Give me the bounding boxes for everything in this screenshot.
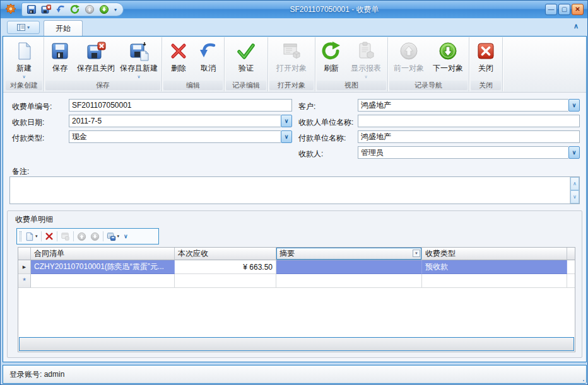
close-button[interactable]: 关闭	[471, 38, 501, 80]
ribbon-group-edit: 删除 取消 编辑	[162, 37, 225, 91]
cell-summary[interactable]	[276, 260, 422, 274]
toolbar-separator	[57, 231, 57, 241]
close-window-button[interactable]: ✕	[572, 4, 584, 15]
toolbar-drag-handle[interactable]	[20, 231, 21, 241]
tab-home[interactable]: 开始	[44, 20, 83, 36]
cell-contract-new[interactable]	[31, 274, 175, 288]
save-and-new-button[interactable]: 保存且新建∨	[117, 38, 160, 80]
login-account-text: 登录账号: admin	[9, 369, 64, 380]
toolbar-more-icon[interactable]: ∨	[124, 233, 128, 239]
remarks-scroll: ∧ ∨	[570, 177, 579, 204]
scroll-down-icon[interactable]: ∨	[570, 190, 579, 204]
row-indicator-new: *	[18, 274, 31, 288]
row-indicator-current: ▶	[18, 260, 31, 274]
validate-button[interactable]: 验证	[226, 38, 266, 80]
ribbon-group-close: 关闭 关闭	[469, 37, 503, 91]
refresh-button[interactable]: 刷新	[317, 38, 346, 80]
qat-refresh-icon[interactable]	[69, 4, 81, 15]
cell-charge-type[interactable]: 预收款	[422, 260, 567, 274]
cancel-button[interactable]: 取消	[194, 38, 223, 80]
customer-dropdown-icon[interactable]: ∨	[568, 99, 580, 112]
cell-summary-new[interactable]	[276, 274, 422, 288]
grid-move-down-button	[90, 231, 100, 242]
app-window: ▾ SF201107050001 - 收费单 — ▢ ✕ ▾ 开始 ∧ 新建∨	[0, 0, 588, 385]
grid-header-filler	[567, 248, 575, 260]
form-area: 收费单编号: 收款日期: ∨ 付款类型: ∨ 客户: ∨ 收款人单位名称:	[3, 93, 586, 363]
new-button[interactable]: 新建∨	[6, 38, 42, 80]
receipt-no-label: 收费单编号:	[12, 101, 52, 112]
qat-save-close-icon[interactable]	[40, 4, 52, 15]
column-header-summary[interactable]: 摘要 ▼	[276, 248, 422, 260]
grid-corner-cell	[18, 248, 31, 260]
previous-icon	[399, 41, 419, 61]
payee-unit-input[interactable]	[358, 115, 580, 127]
qat-save-icon[interactable]	[26, 4, 37, 15]
report-icon	[356, 41, 376, 61]
grid-delete-button[interactable]	[44, 231, 54, 241]
detail-view-icon	[61, 232, 70, 241]
detail-groupbox: 收费单明细 ▾	[7, 210, 582, 358]
payee-input[interactable]	[358, 146, 568, 159]
detail-title: 收费单明细	[15, 214, 53, 225]
previous-object-button: 前一对象	[389, 38, 428, 80]
grid-export-button[interactable]: ▾	[106, 231, 121, 242]
remarks-input[interactable]	[10, 177, 570, 204]
column-header-charge-type[interactable]: 收费类型	[422, 248, 567, 260]
delete-button[interactable]: 删除	[163, 38, 194, 80]
quick-access-toolbar: ▾	[21, 3, 124, 16]
grid-row-new[interactable]: *	[18, 274, 575, 288]
payer-unit-label: 付款单位名称:	[298, 133, 346, 144]
app-logo-icon[interactable]	[4, 3, 18, 16]
column-header-amount[interactable]: 本次应收	[175, 248, 276, 260]
cell-charge-type-new[interactable]	[422, 274, 567, 288]
pay-type-dropdown-icon[interactable]: ∨	[281, 130, 292, 143]
maximize-button[interactable]: ▢	[558, 4, 570, 15]
scroll-up-icon[interactable]: ∧	[570, 177, 579, 190]
cell-amount[interactable]: ¥ 663.50	[175, 260, 276, 274]
receipt-no-input[interactable]	[69, 99, 292, 112]
receive-date-dropdown-icon[interactable]: ∨	[281, 115, 292, 127]
grid-empty-area[interactable]	[18, 288, 575, 337]
resize-grip[interactable]	[583, 380, 584, 381]
view-menu-button[interactable]: ▾	[7, 21, 40, 34]
payee-unit-label: 收款人单位名称:	[298, 117, 353, 128]
qat-undo-icon[interactable]	[55, 4, 66, 15]
next-object-button[interactable]: 下一对象	[428, 38, 467, 80]
save-button[interactable]: 保存	[45, 38, 74, 80]
qat-previous-icon[interactable]	[84, 4, 95, 15]
cell-amount-new[interactable]	[175, 274, 276, 288]
payee-dropdown-icon[interactable]: ∨	[568, 146, 580, 159]
panel-icon	[17, 24, 25, 31]
save-new-icon	[129, 41, 149, 61]
detail-grid: 合同清单 本次应收 摘要 ▼ 收费类型 ▶ CZHY201107010001(陈…	[18, 247, 575, 352]
payee-label: 收款人:	[298, 149, 323, 159]
customer-label: 客户:	[298, 101, 315, 112]
pay-type-label: 付款类型:	[12, 133, 44, 144]
group-label-view: 视图	[317, 81, 386, 90]
check-icon	[236, 41, 256, 61]
save-and-close-button[interactable]: 保存且关闭	[74, 38, 117, 80]
minimize-button[interactable]: —	[545, 4, 557, 15]
payer-unit-input[interactable]	[358, 130, 580, 143]
pay-type-input[interactable]	[69, 130, 281, 143]
group-label-edit: 编辑	[163, 81, 223, 90]
ribbon-group-view: 刷新 显示报表∨ 视图	[315, 37, 388, 91]
grid-row-1[interactable]: ▶ CZHY201107010001(陈奕迅“震蛋”元... ¥ 663.50 …	[18, 260, 575, 274]
refresh-icon	[321, 41, 341, 61]
receive-date-input[interactable]	[69, 115, 281, 127]
qat-dropdown-icon[interactable]: ▾	[114, 7, 117, 13]
cell-contract[interactable]: CZHY201107010001(陈奕迅“震蛋”元...	[31, 260, 175, 274]
filter-icon[interactable]: ▼	[413, 250, 420, 257]
customer-input[interactable]	[358, 99, 568, 112]
receive-date-label: 收款日期:	[12, 117, 44, 128]
collapse-ribbon-icon[interactable]: ∧	[573, 22, 579, 30]
grid-toolbar: ▾	[16, 228, 159, 244]
group-label-record-edit: 记录编辑	[226, 81, 266, 90]
qat-next-icon[interactable]	[98, 4, 110, 15]
grid-new-button[interactable]: ▾	[24, 231, 38, 242]
cell-filler	[567, 260, 575, 274]
undo-icon	[198, 41, 218, 61]
column-header-contract[interactable]: 合同清单	[31, 248, 175, 260]
group-label-nav: 记录导航	[389, 81, 467, 90]
group-label-create: 对象创建	[6, 81, 42, 90]
